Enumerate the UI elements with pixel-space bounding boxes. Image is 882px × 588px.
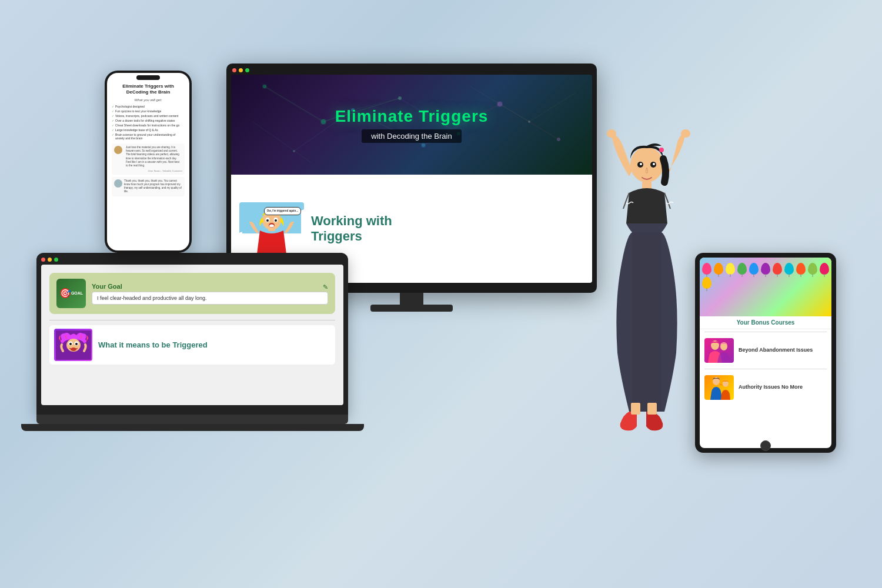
balloon-blue (749, 263, 759, 275)
speech-bubble: Ow, I'm triggered again... (264, 207, 301, 215)
monitor-stand-base (370, 305, 453, 312)
svg-point-32 (269, 224, 274, 227)
goal-badge: 🎯 GOAL (56, 279, 86, 308)
svg-point-38 (75, 343, 78, 345)
phone-features-list: Psychologist designed Fun quizzes to tes… (112, 105, 185, 140)
balloon-orange (714, 263, 723, 275)
working-triggers-title: Working with Triggers (311, 213, 392, 245)
lesson-card[interactable]: What it means to be Triggered (49, 325, 335, 365)
phone-notch (136, 75, 160, 80)
goal-section: 🎯 GOAL Your Goal ✎ I feel clear-headed a… (49, 273, 335, 314)
laptop-dot-yellow (48, 258, 52, 262)
monitor-hero-title: Eliminate Triggers (335, 107, 489, 126)
laptop-dot-red (41, 258, 45, 262)
svg-rect-54 (632, 232, 662, 412)
speech-bubble-text: Ow, I'm triggered again... (267, 209, 298, 212)
balloon-amber (702, 277, 711, 289)
svg-point-10 (263, 85, 266, 88)
svg-point-51 (640, 163, 642, 165)
course-title-2: Authority Issues No More (739, 384, 803, 391)
pop-art-illustration: Ow, I'm triggered again... (239, 202, 304, 255)
svg-point-14 (293, 150, 295, 152)
svg-point-46 (681, 129, 690, 138)
laptop-screen-container: 🎯 GOAL Your Goal ✎ I feel clear-headed a… (36, 253, 348, 415)
phone-feature-1: Psychologist designed (112, 105, 185, 108)
balloon-pink2 (820, 263, 829, 275)
phone-feature-3: Videos, transcripts, podcasts and writte… (112, 114, 185, 118)
balloon-red (773, 263, 782, 275)
balloon-green (737, 263, 747, 275)
phone-reviewer-1-name: Jean Susan - Valuable Customer (126, 169, 182, 172)
svg-line-44 (720, 384, 722, 385)
balloon-yellow (726, 263, 735, 275)
tablet-section-divider (704, 332, 827, 332)
tablet-course-divider (704, 369, 827, 369)
laptop-traffic-lights (41, 258, 343, 262)
svg-line-9 (529, 92, 576, 122)
phone-review-1-text: Just love the material you are sharing. … (126, 146, 182, 168)
monitor-traffic-lights (231, 68, 592, 75)
svg-point-48 (659, 148, 664, 152)
tablet-home-button[interactable] (760, 440, 771, 451)
goal-content: Your Goal ✎ I feel clear-headed and prod… (92, 283, 328, 305)
svg-point-37 (69, 343, 72, 345)
phone-review-2-text: Thank you, thank you, thank you. You can… (124, 179, 182, 194)
svg-point-29 (266, 219, 269, 222)
goal-label: Your Goal (92, 283, 122, 290)
phone-feature-7: Brain science to ground your understandi… (112, 133, 185, 140)
laptop-divider (49, 320, 335, 320)
svg-point-30 (275, 219, 277, 222)
course-item-2[interactable]: Authority Issues No More (700, 372, 831, 403)
course-thumb-2 (704, 375, 734, 400)
course-item-1[interactable]: Beyond Abandonment Issues (700, 335, 831, 366)
svg-point-18 (557, 138, 560, 141)
dot-green (245, 68, 249, 72)
phone-feature-5: Cheat Sheet downloads for instructions o… (112, 123, 185, 127)
working-triggers-card: Ow, I'm triggered again... Working with … (239, 202, 392, 255)
monitor-stand-neck (400, 293, 423, 305)
dot-yellow (239, 68, 243, 72)
phone-screen: Eliminate Triggers with DeCoding the Bra… (107, 73, 189, 250)
tablet-hero-banner (700, 258, 831, 316)
balloons-decoration (700, 260, 831, 291)
phone-feature-6: Large knowledge base of Q & As (112, 128, 185, 132)
tablet-screen: Your Bonus Courses Beyond Abandonment Is… (700, 258, 831, 448)
phone-app-title: Eliminate Triggers with DeCoding the Bra… (112, 83, 185, 96)
woman-character (597, 106, 703, 447)
laptop-bottom (21, 424, 364, 431)
monitor-hero-subtitle: with Decoding the Brain (362, 129, 461, 143)
phone-feature-4: Over a dozen tools for shifting negative… (112, 119, 185, 122)
dot-red (232, 68, 236, 72)
monitor-hero-banner: Eliminate Triggers with Decoding the Bra… (231, 75, 592, 175)
balloon-cyan (784, 263, 794, 275)
svg-point-52 (653, 163, 655, 165)
tablet-device: Your Bonus Courses Beyond Abandonment Is… (695, 253, 836, 453)
svg-point-45 (607, 129, 616, 138)
laptop-base (36, 415, 348, 424)
laptop-dot-green (54, 258, 58, 262)
phone-app-subtitle: What you will get: (112, 98, 185, 102)
svg-rect-56 (647, 403, 657, 415)
phone-device: Eliminate Triggers with DeCoding the Bra… (105, 71, 192, 253)
course-thumb-1 (704, 338, 734, 363)
phone-review-2: Thank you, thank you, thank you. You can… (112, 177, 185, 196)
working-triggers-thumbnail: Ow, I'm triggered again... (239, 202, 304, 255)
svg-line-0 (265, 86, 323, 122)
course-title-1: Beyond Abandonment Issues (739, 347, 813, 354)
tablet-section-title: Your Bonus Courses (700, 316, 831, 329)
edit-icon[interactable]: ✎ (323, 283, 328, 291)
balloon-deep-orange (796, 263, 806, 275)
balloon-light-green (808, 263, 817, 275)
svg-point-19 (528, 121, 530, 123)
laptop-screen: 🎯 GOAL Your Goal ✎ I feel clear-headed a… (41, 265, 343, 405)
lesson-title: What it means to be Triggered (98, 340, 208, 349)
svg-point-39 (71, 348, 76, 351)
lesson-thumbnail (54, 329, 92, 361)
svg-line-7 (253, 122, 312, 163)
laptop-device: 🎯 GOAL Your Goal ✎ I feel clear-headed a… (36, 253, 348, 453)
goal-text: I feel clear-headed and productive all d… (92, 292, 328, 305)
phone-review-1: Just love the material you are sharing. … (112, 143, 185, 175)
phone-feature-2: Fun quizzes to test your knowledge (112, 109, 185, 113)
balloon-pink (702, 263, 711, 275)
svg-point-47 (630, 147, 663, 182)
